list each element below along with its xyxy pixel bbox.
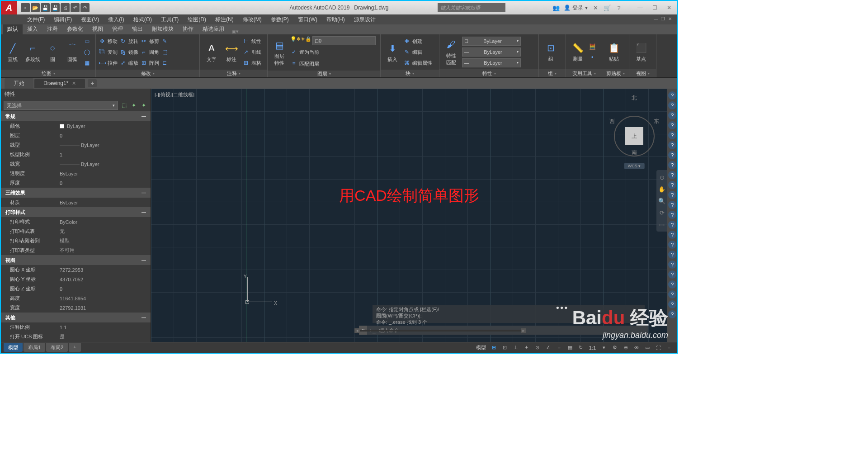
group-button[interactable]: ⊡组 (542, 41, 560, 62)
qat-save-icon[interactable]: 💾 (41, 3, 50, 12)
color-dropdown[interactable]: ◻ ByLayer (462, 37, 521, 46)
layout-tab-add[interactable]: + (69, 343, 80, 352)
measure-button[interactable]: 📏测量 (569, 41, 587, 62)
annot-monitor-icon[interactable]: ⊕ (621, 344, 630, 352)
annotation-scale-icon[interactable]: ▾ (599, 344, 609, 352)
quick-select-icon[interactable]: ⬚ (120, 101, 128, 109)
props-row[interactable]: 宽度22792.1031 (1, 303, 151, 313)
paste-button[interactable]: 📋粘贴 (605, 41, 623, 62)
props-row[interactable]: 材质ByLayer (1, 198, 151, 207)
ribbon-tab-annotate[interactable]: 注释 (42, 24, 62, 34)
ribbon-expand-icon[interactable]: ▣▾ (231, 28, 239, 34)
props-row[interactable]: 打印样式ByColor (1, 217, 151, 227)
menu-edit[interactable]: 编辑(E) (49, 15, 76, 24)
props-value[interactable]: 4370.7052 (60, 277, 146, 282)
panel-label-clip[interactable]: 剪贴板 (602, 69, 629, 77)
panel-label-layer[interactable]: 图层 (268, 71, 380, 77)
help-icon[interactable]: ? (615, 4, 623, 12)
layer-dropdown[interactable]: ◻ 0 (312, 36, 376, 45)
props-row[interactable]: 圆心 X 坐标7272.2953 (1, 265, 151, 275)
panel-label-props[interactable]: 特性 (439, 69, 538, 77)
help-bubble-icon[interactable]: ? (668, 151, 676, 159)
ribbon-tab-featured[interactable]: 精选应用 (198, 24, 229, 34)
menu-help[interactable]: 帮助(H) (322, 15, 349, 24)
props-value[interactable]: 1:1 (60, 325, 146, 330)
lineweight-dropdown[interactable]: — ByLayer (462, 47, 521, 57)
steering-wheel-icon[interactable]: ⊙ (657, 173, 666, 182)
horizontal-scrollbar[interactable]: ◄► (354, 328, 526, 333)
array-button[interactable]: ⊞阵列 (140, 58, 159, 68)
props-value[interactable]: 0 (60, 286, 146, 292)
viewcube-north[interactable]: 北 (632, 94, 637, 102)
help-bubble-icon[interactable]: ? (668, 290, 676, 298)
orbit-icon[interactable]: ⟳ (657, 208, 666, 217)
viewcube-top[interactable]: 上 (625, 127, 643, 145)
menu-tools[interactable]: 工具(T) (156, 15, 183, 24)
ribbon-tab-view[interactable]: 视图 (88, 24, 108, 34)
props-value[interactable]: 0 (60, 180, 146, 186)
help-bubble-icon[interactable]: ? (668, 181, 676, 189)
menu-dimension[interactable]: 标注(N) (211, 15, 238, 24)
menu-file[interactable]: 文件(F) (23, 15, 49, 24)
mirror-button[interactable]: ⧎镜像 (119, 47, 138, 57)
props-value[interactable]: 0 (60, 133, 146, 138)
maximize-button[interactable]: ☐ (650, 4, 659, 11)
rect-button[interactable]: ▭ (83, 36, 90, 46)
help-bubble-icon[interactable]: ? (668, 211, 676, 219)
props-value[interactable]: ByColor (60, 219, 146, 225)
viewcube[interactable]: 北 西 东 上 南 WCS ▾ (609, 93, 659, 156)
props-row[interactable]: 高度11641.8954 (1, 294, 151, 303)
stretch-button[interactable]: ⟷拉伸 (99, 58, 118, 68)
hatch-button[interactable]: ▦ (83, 58, 90, 68)
rotate-button[interactable]: ↻旋转 (119, 36, 138, 46)
offset-button[interactable]: ⊏ (161, 58, 168, 68)
transparency-icon[interactable]: ▦ (566, 344, 575, 352)
help-bubble-icon[interactable]: ? (668, 171, 676, 179)
menu-modify[interactable]: 修改(M) (238, 15, 266, 24)
arc-button[interactable]: ⌒圆弧 (63, 42, 81, 63)
props-value[interactable]: 无 (60, 228, 146, 235)
help-bubble-icon[interactable]: ? (668, 91, 676, 99)
layout-tab-model[interactable]: 模型 (4, 343, 23, 352)
qat-new-icon[interactable]: ▫ (21, 3, 30, 12)
menu-yuanquan[interactable]: 源泉设计 (349, 15, 380, 24)
props-value[interactable]: 不可用 (60, 247, 146, 254)
pan-icon[interactable]: ✋ (657, 185, 666, 194)
help-bubble-icon[interactable]: ? (668, 141, 676, 149)
props-row[interactable]: 线型比例1 (1, 150, 151, 159)
trim-button[interactable]: ✂修剪 (140, 36, 159, 46)
props-value[interactable]: 是 (60, 333, 146, 340)
match-layer-button[interactable]: ≡匹配图层 (290, 59, 376, 69)
props-value[interactable]: 模型 (60, 237, 146, 244)
layout-tab-2[interactable]: 布局2 (46, 343, 68, 352)
help-bubble-icon[interactable]: ? (668, 241, 676, 249)
props-row[interactable]: 圆心 Y 坐标4370.7052 (1, 275, 151, 284)
point-button[interactable]: • (589, 52, 596, 62)
leader-button[interactable]: ↗引线 (242, 47, 261, 57)
props-row[interactable]: 注释比例1:1 (1, 322, 151, 332)
layout-tab-1[interactable]: 布局1 (24, 343, 45, 352)
ribbon-tab-manage[interactable]: 管理 (108, 24, 127, 34)
panel-label-util[interactable]: 实用工具 (566, 69, 602, 77)
polar-toggle-icon[interactable]: ✦ (522, 344, 531, 352)
help-bubble-icon[interactable]: ? (668, 300, 676, 308)
ribbon-tab-output[interactable]: 输出 (127, 24, 147, 34)
snap-toggle-icon[interactable]: ⊡ (500, 344, 509, 352)
ortho-toggle-icon[interactable]: ⊥ (511, 344, 520, 352)
props-value[interactable]: 7272.2953 (60, 267, 146, 273)
isolate-icon[interactable]: 👁 (632, 344, 641, 352)
props-section-plot[interactable]: 打印样式 (1, 207, 151, 217)
close-icon[interactable]: ✕ (72, 81, 76, 86)
wcs-badge[interactable]: WCS ▾ (624, 163, 645, 169)
props-row[interactable]: 线型———— ByLayer (1, 140, 151, 150)
pickadd-icon[interactable]: ✦ (140, 101, 148, 109)
ribbon-tab-parametric[interactable]: 参数化 (62, 24, 88, 34)
ribbon-tab-collab[interactable]: 协作 (178, 24, 198, 34)
edit-attr-button[interactable]: ⌘编辑属性 (403, 58, 432, 68)
basepoint-button[interactable]: ⬛基点 (632, 41, 650, 62)
qat-saveas-icon[interactable]: 💾 (51, 3, 60, 12)
help-bubble-icon[interactable]: ? (668, 161, 676, 169)
props-section-misc[interactable]: 其他 (1, 313, 151, 322)
help-bubble-icon[interactable]: ? (668, 121, 676, 129)
hardware-icon[interactable]: ▭ (643, 344, 652, 352)
